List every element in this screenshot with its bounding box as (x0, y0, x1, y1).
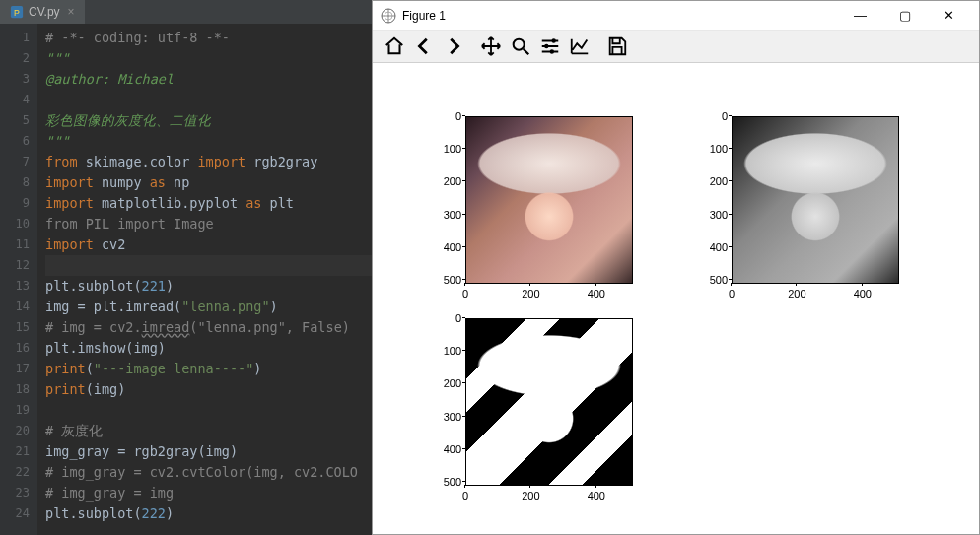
y-tick-label: 200 (428, 377, 461, 389)
code-line[interactable]: # img_gray = cv2.cvtColor(img, cv2.COLO (45, 462, 372, 483)
plot-canvas[interactable]: 01002003004005000200400 0100200300400500… (373, 64, 979, 534)
editor-tab-cv[interactable]: P CV.py × (0, 0, 85, 24)
code-line[interactable] (45, 90, 372, 110)
x-tick-label: 0 (451, 490, 480, 502)
line-number: 6 (0, 131, 37, 152)
x-tick-label: 0 (717, 288, 746, 300)
image-gray (732, 116, 899, 284)
svg-point-6 (544, 44, 548, 48)
svg-text:P: P (14, 8, 20, 18)
code-line[interactable]: from skimage.color import rgb2gray (45, 152, 372, 172)
code-line[interactable]: plt.imshow(img) (45, 338, 372, 359)
code-line[interactable]: from PIL import Image (45, 214, 372, 234)
line-number: 15 (0, 317, 37, 338)
code-line[interactable]: print("---image lenna----") (45, 359, 372, 379)
code-line[interactable]: print(img) (45, 379, 372, 400)
code-line[interactable]: plt.subplot(221) (45, 276, 372, 297)
y-tick-label: 300 (428, 411, 461, 423)
code-line[interactable]: """ (45, 131, 372, 152)
code-line[interactable]: # img = cv2.imread("lenna.png", False) (45, 317, 372, 338)
close-button[interactable]: ✕ (927, 1, 971, 31)
code-line[interactable]: plt.subplot(222) (45, 503, 372, 524)
matplotlib-toolbar (373, 31, 979, 63)
tab-close-icon[interactable]: × (68, 5, 75, 19)
tab-filename: CV.py (29, 5, 60, 19)
y-tick-label: 300 (428, 209, 461, 221)
code-line[interactable] (45, 400, 372, 421)
code-line[interactable]: 彩色图像的灰度化、二值化 (45, 110, 372, 131)
y-tick-label: 500 (428, 476, 461, 488)
line-number: 5 (0, 110, 37, 131)
svg-point-4 (514, 39, 525, 50)
code-line[interactable]: import matplotlib.pyplot as plt (45, 193, 372, 214)
code-editor: P CV.py × 123456789101112131415161718192… (0, 0, 372, 535)
code-area[interactable]: # -*- coding: utf-8 -*-"""@author: Micha… (37, 24, 372, 535)
x-tick-label: 200 (516, 288, 545, 300)
window-title: Figure 1 (402, 9, 838, 23)
y-tick-label: 0 (428, 312, 461, 324)
line-number: 2 (0, 48, 37, 69)
code-line[interactable]: """ (45, 48, 372, 69)
y-tick-label: 400 (428, 443, 461, 455)
maximize-button[interactable]: ▢ (882, 1, 927, 31)
x-tick-label: 200 (782, 288, 811, 300)
line-number: 24 (0, 503, 37, 524)
titlebar[interactable]: Figure 1 — ▢ ✕ (373, 1, 979, 31)
x-tick-label: 0 (451, 288, 480, 300)
code-line[interactable]: import numpy as np (45, 172, 372, 193)
pan-icon[interactable] (477, 33, 505, 60)
code-line[interactable] (45, 255, 372, 276)
y-tick-label: 0 (694, 110, 728, 122)
back-icon[interactable] (410, 33, 438, 60)
svg-point-7 (550, 49, 554, 53)
editor-tabs: P CV.py × (0, 0, 372, 24)
line-number: 14 (0, 297, 37, 317)
code-line[interactable]: @author: Michael (45, 69, 372, 90)
code-line[interactable]: import cv2 (45, 234, 372, 255)
y-tick-label: 300 (694, 209, 728, 221)
code-line[interactable]: img = plt.imread("lenna.png") (45, 297, 372, 317)
x-tick-label: 400 (848, 288, 877, 300)
zoom-icon[interactable] (507, 33, 534, 60)
axes-icon[interactable] (566, 33, 594, 60)
y-tick-label: 100 (428, 345, 461, 357)
code-line[interactable]: img_gray = rgb2gray(img) (45, 441, 372, 462)
line-number: 12 (0, 255, 37, 276)
matplotlib-icon (381, 8, 396, 24)
y-tick-label: 400 (428, 241, 461, 253)
image-color (465, 116, 633, 284)
x-tick-label: 400 (582, 288, 611, 300)
y-tick-label: 100 (694, 143, 728, 155)
line-number: 1 (0, 28, 37, 48)
line-number: 13 (0, 276, 37, 297)
code-line[interactable]: # img_gray = img (45, 483, 372, 503)
y-tick-label: 200 (428, 175, 461, 187)
line-number: 8 (0, 172, 37, 193)
line-number: 16 (0, 338, 37, 359)
line-number: 21 (0, 441, 37, 462)
image-binary (465, 318, 633, 486)
line-number: 22 (0, 462, 37, 483)
figure-window: Figure 1 — ▢ ✕ (372, 0, 980, 535)
x-tick-label: 400 (582, 490, 611, 502)
save-icon[interactable] (603, 33, 631, 60)
code-line[interactable]: # 灰度化 (45, 421, 372, 441)
line-number: 23 (0, 483, 37, 503)
svg-point-5 (551, 38, 555, 42)
line-number: 9 (0, 193, 37, 214)
line-number: 3 (0, 69, 37, 90)
line-number: 18 (0, 379, 37, 400)
line-number-gutter: 123456789101112131415161718192021222324 (0, 24, 37, 535)
code-line[interactable]: # -*- coding: utf-8 -*- (45, 28, 372, 48)
python-file-icon: P (10, 5, 24, 19)
y-tick-label: 500 (428, 274, 461, 286)
line-number: 19 (0, 400, 37, 421)
home-icon[interactable] (381, 33, 408, 60)
x-tick-label: 200 (516, 490, 545, 502)
y-tick-label: 200 (694, 175, 728, 187)
line-number: 20 (0, 421, 37, 441)
y-tick-label: 0 (428, 110, 461, 122)
forward-icon[interactable] (440, 33, 467, 60)
minimize-button[interactable]: — (838, 1, 882, 31)
subplots-icon[interactable] (536, 33, 564, 60)
